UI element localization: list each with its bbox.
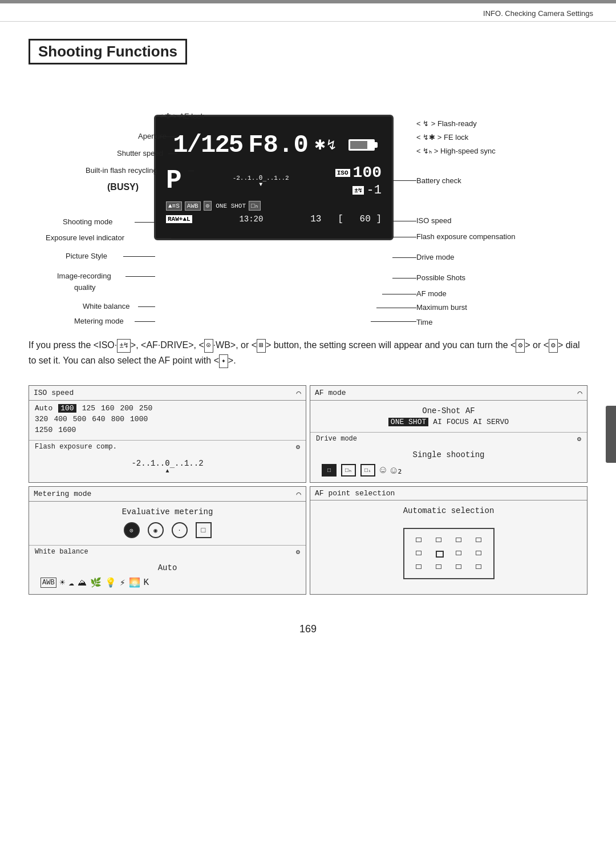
iso-100[interactable]: 100 xyxy=(58,404,76,413)
white-balance-label: White balance xyxy=(83,302,129,310)
wb-custom[interactable]: 🌅 xyxy=(129,577,140,588)
page-header: INFO. Checking Camera Settings xyxy=(0,3,616,22)
iso-1600: 1600 xyxy=(58,426,76,434)
wb-kelvin[interactable]: K xyxy=(144,578,149,588)
wb-sub-title: White balance xyxy=(35,548,88,556)
metering-panel-icon: ⌒ xyxy=(297,489,301,499)
wb-icons: AWB ☀ ☁ ⛰ 🌿 💡 ⚡ 🌅 K xyxy=(35,575,300,591)
circle-wb-ref: ⊙ xyxy=(204,339,213,353)
af-mode-line xyxy=(382,294,416,294)
time-line xyxy=(371,321,416,322)
shots-display: 13 [ 60 ] xyxy=(310,214,382,224)
flash-sub-title: Flash exposure comp. xyxy=(35,443,117,451)
iso-button-ref: ±↯ xyxy=(117,339,131,353)
meter-partial[interactable]: ◉ xyxy=(148,522,164,538)
wb-tungsten[interactable]: 🌿 xyxy=(90,577,102,588)
meter-evaluative[interactable]: ⊙ xyxy=(124,522,140,538)
wb-cloud[interactable]: ☁ xyxy=(68,577,74,588)
af-point-ref: ✦ xyxy=(219,354,228,368)
wb-auto[interactable]: AWB xyxy=(40,578,56,588)
af-center-text: One-Shot AF xyxy=(316,404,581,418)
diagram-area: 1/125 F8.0 ✱↯ P -2..1..0̲..1..2 ▼ xyxy=(29,80,587,320)
wb-sub-content: Auto AWB ☀ ☁ ⛰ 🌿 💡 ⚡ 🌅 K xyxy=(29,558,306,594)
flash-sub-icon: ⚙ xyxy=(296,443,300,451)
af-sq12 xyxy=(476,564,481,569)
shutter-label: Shutter speed xyxy=(117,149,163,158)
meter-center[interactable]: · xyxy=(172,522,188,538)
wb-fluorescent[interactable]: 💡 xyxy=(105,577,116,588)
wb-sun[interactable]: ☀ xyxy=(60,577,66,588)
aperture-line xyxy=(160,136,177,137)
image-recording-line xyxy=(125,276,155,277)
display-row3: ▲≡S AWB ⊙ ONE SHOT □ₕ xyxy=(166,201,382,211)
image-recording-label: Image-recording xyxy=(57,272,111,280)
iso-125: 125 xyxy=(82,404,95,413)
drive-sub-icon: ⚙ xyxy=(577,435,581,443)
af-panel-header: AF mode ⌒ xyxy=(310,386,587,401)
af-sq6 xyxy=(436,551,444,558)
af-point-panel-title: AF point selection xyxy=(315,489,395,498)
busy-label: (BUSY) xyxy=(107,182,139,192)
wb-flash[interactable]: ⚡ xyxy=(120,577,125,588)
iso-800: 800 xyxy=(111,415,124,423)
metering-panel: Metering mode ⌒ Evaluative metering ⊙ ◉ … xyxy=(29,486,306,595)
drive-self2[interactable]: ☺₂ xyxy=(391,464,403,477)
wb-shade[interactable]: ⛰ xyxy=(78,578,87,588)
main-content: Shooting Functions 1/125 F8.0 ✱↯ P xyxy=(0,22,616,658)
camera-display: 1/125 F8.0 ✱↯ P -2..1..0̲..1..2 ▼ xyxy=(154,115,394,240)
af-point-frame xyxy=(403,528,495,579)
shutter-display: 1/125 xyxy=(173,131,242,159)
af-ai-servo[interactable]: AI SERVO xyxy=(473,418,509,426)
time-display: 13:20 xyxy=(239,215,263,224)
drive-center-text: Single shooting xyxy=(316,448,581,462)
flash-ready-label: < ↯ > Flash-ready xyxy=(416,119,477,128)
flash-comp-value-display: -1 xyxy=(367,183,382,197)
drive-sub-title: Drive mode xyxy=(316,435,357,443)
picture-style-label: Picture Style xyxy=(66,252,107,260)
body-text: If you press the <ISO·±↯>, <AF·DRIVE>, <… xyxy=(29,337,587,368)
af-sq9 xyxy=(416,564,422,569)
drive-mode-line xyxy=(392,257,416,258)
flash-sub-header: Flash exposure comp. ⚙ xyxy=(29,440,306,453)
iso-400: 400 xyxy=(54,415,67,423)
iso-speed-label: ISO speed xyxy=(416,216,451,225)
af-one-shot[interactable]: ONE SHOT xyxy=(388,418,428,426)
iso-1250: 1250 xyxy=(35,426,52,434)
drive-high[interactable]: □ₕ xyxy=(341,464,356,477)
style-box1: ▲≡S xyxy=(166,201,182,211)
iso-speed-line xyxy=(391,221,416,221)
meter-spot[interactable]: □ xyxy=(196,522,212,538)
drive-low[interactable]: □ᵢ xyxy=(360,464,375,477)
af-ai-focus[interactable]: AI FOCUS xyxy=(433,418,468,426)
iso-1000: 1000 xyxy=(130,415,148,423)
flash-indicator: ▲ xyxy=(35,468,300,474)
quality-label: quality xyxy=(74,283,96,292)
time-label: Time xyxy=(416,318,432,326)
flash-recycling-label: Built-in flash recycling xyxy=(86,166,157,175)
display-row4: RAW+▲L 13:20 13 [ 60 ] xyxy=(166,214,382,224)
style-icon: ⊙ xyxy=(204,201,212,211)
af-point-panel-content: Automatic selection xyxy=(310,500,587,593)
af-sq1 xyxy=(416,538,422,542)
shutter-line xyxy=(168,154,177,154)
dial1-ref: ⚙ xyxy=(516,339,525,353)
iso-160: 160 xyxy=(101,404,114,413)
af-point-panel: AF point selection Automatic selection xyxy=(310,486,587,595)
metering-panel-header: Metering mode ⌒ xyxy=(29,487,306,502)
section-title: Shooting Functions xyxy=(29,39,187,64)
af-point-panel-header: AF point selection xyxy=(310,487,587,500)
drive-icons: □ □ₕ □ᵢ ☺ ☺₂ xyxy=(316,462,581,479)
aperture-display: F8.0 xyxy=(248,131,309,159)
metering-panel-title: Metering mode xyxy=(34,490,91,498)
af-options: ONE SHOT AI FOCUS AI SERVO xyxy=(316,418,581,426)
fe-lock-label: < ↯✱ > FE lock xyxy=(416,133,468,142)
drive-single[interactable]: □ xyxy=(322,464,337,477)
shooting-mode-line xyxy=(135,222,155,223)
or-text: or xyxy=(241,340,249,350)
panels-grid: ISO speed ⌒ Auto 100 125 160 200 250 320… xyxy=(29,385,587,595)
iso-320: 320 xyxy=(35,415,48,423)
battery-check-line xyxy=(392,180,416,181)
style-awb: AWB xyxy=(185,201,201,211)
drive-self1[interactable]: ☺ xyxy=(380,465,386,476)
iso-panel-title: ISO speed xyxy=(34,389,74,397)
